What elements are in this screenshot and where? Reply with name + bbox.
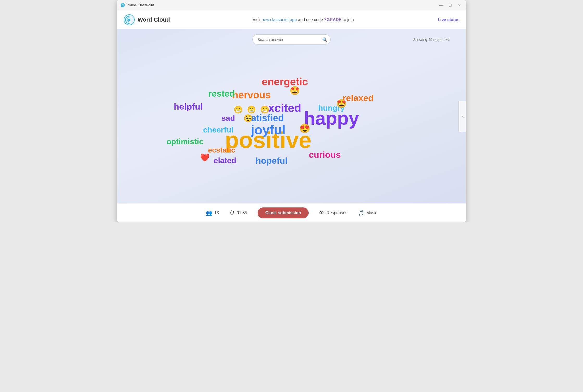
word-cloud-word: sad <box>221 114 235 122</box>
word-cloud-word: curious <box>309 150 341 159</box>
header-visit-text: Visit new.classpoint.app and use code 7G… <box>181 17 426 22</box>
footer: 👥 13 ⏱ 01:35 Close submission 👁 Response… <box>117 203 466 222</box>
word-cloud-word: optimistic <box>166 138 203 146</box>
maximize-button[interactable]: ☐ <box>447 2 453 8</box>
window-controls: — ☐ ✕ <box>438 2 463 8</box>
search-input[interactable] <box>252 34 331 45</box>
responses-icon: 👁 <box>319 210 324 216</box>
word-cloud-emoji: 😁 <box>234 105 243 114</box>
music-label: Music <box>367 211 377 215</box>
header: Word Cloud Visit new.classpoint.app and … <box>117 10 466 29</box>
word-cloud-emoji: 😁 <box>247 105 256 114</box>
word-cloud-word: rested <box>208 89 235 98</box>
word-cloud-emoji: 😍 <box>299 123 310 134</box>
logo-area: Word Cloud <box>123 14 181 26</box>
responses-label: Responses <box>326 211 347 215</box>
word-cloud-word: helpful <box>174 102 203 111</box>
svg-text:C: C <box>122 4 124 7</box>
word-cloud-emoji: ❤️ <box>200 153 210 162</box>
word-cloud: positivehappyjoyfulexcitedenergeticnervo… <box>125 50 458 195</box>
timer-value: 01:35 <box>237 211 247 215</box>
close-submission-button[interactable]: Close submission <box>258 207 309 218</box>
title-bar-text: Inknoe ClassPoint <box>127 3 438 7</box>
word-cloud-word: nervous <box>232 90 271 100</box>
minimize-button[interactable]: — <box>438 2 444 8</box>
word-cloud-emoji: 🤩 <box>290 86 300 96</box>
word-cloud-emoji: 🤩 <box>336 99 347 109</box>
word-cloud-word: energetic <box>262 77 308 87</box>
participant-count: 👥 13 <box>206 210 219 216</box>
response-count: Showing 45 responses <box>413 37 450 42</box>
classpoint-url[interactable]: new.classpoint.app <box>262 17 297 22</box>
join-code: 7GRADE <box>324 17 342 22</box>
word-cloud-word: joyful <box>251 123 286 136</box>
timer-icon: ⏱ <box>230 210 235 216</box>
timer-display: ⏱ 01:35 <box>230 210 247 216</box>
word-cloud-emoji: 😁 <box>260 105 269 114</box>
word-cloud-word: cheerful <box>203 126 233 134</box>
music-icon: 🎵 <box>358 210 364 216</box>
side-panel: ‹ <box>458 101 466 132</box>
logo-icon <box>123 14 135 26</box>
participants-icon: 👥 <box>206 210 212 216</box>
app-window: C Inknoe ClassPoint — ☐ ✕ Word Cloud Vis… <box>117 0 466 222</box>
title-bar: C Inknoe ClassPoint — ☐ ✕ <box>117 0 466 10</box>
app-icon: C <box>120 3 125 8</box>
music-button[interactable]: 🎵 Music <box>358 210 377 216</box>
search-area: 🔍 Showing 45 responses <box>125 34 458 45</box>
search-icon: 🔍 <box>322 37 327 42</box>
responses-button[interactable]: 👁 Responses <box>319 210 347 216</box>
page-title: Word Cloud <box>138 16 170 23</box>
svg-point-3 <box>128 19 130 21</box>
word-cloud-emoji: 🥺 <box>244 114 253 123</box>
participant-number: 13 <box>214 211 219 215</box>
word-cloud-word: relaxed <box>343 93 374 102</box>
word-cloud-word: ecstatic <box>208 147 235 154</box>
main-content: 🔍 Showing 45 responses positivehappyjoyf… <box>117 29 466 203</box>
live-status-button[interactable]: Live status <box>426 17 460 22</box>
search-wrapper: 🔍 <box>252 34 331 45</box>
close-button[interactable]: ✕ <box>456 2 463 8</box>
word-cloud-word: elated <box>214 157 236 165</box>
word-cloud-word: hopeful <box>256 156 288 165</box>
